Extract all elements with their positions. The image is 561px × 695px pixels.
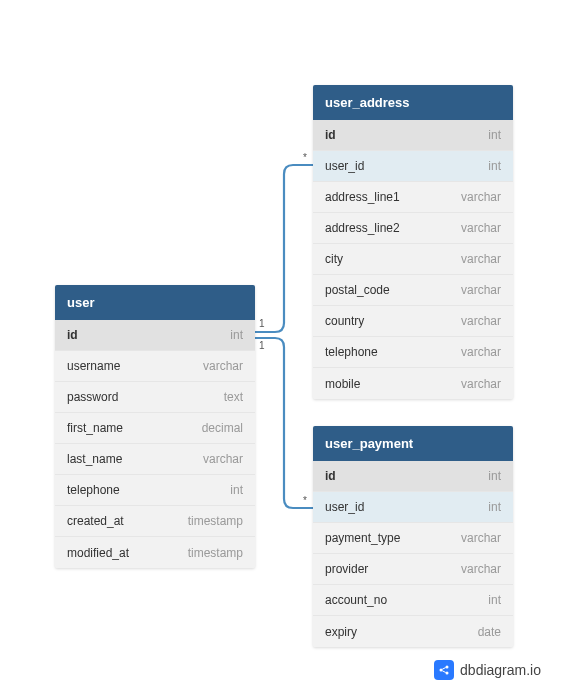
column-name: address_line2: [325, 221, 400, 235]
table-row[interactable]: id int: [55, 320, 255, 351]
column-type: int: [488, 469, 501, 483]
column-name: telephone: [325, 345, 378, 359]
table-header-user-address[interactable]: user_address: [313, 85, 513, 120]
column-type: int: [488, 128, 501, 142]
column-name: id: [67, 328, 78, 342]
column-name: user_id: [325, 500, 364, 514]
svg-line-4: [442, 671, 446, 673]
column-name: expiry: [325, 625, 357, 639]
svg-point-1: [446, 666, 449, 669]
table-header-user-payment[interactable]: user_payment: [313, 426, 513, 461]
column-type: varchar: [461, 377, 501, 391]
column-type: int: [230, 328, 243, 342]
column-name: user_id: [325, 159, 364, 173]
svg-point-0: [440, 669, 443, 672]
cardinality-user-to-payment: 1: [259, 340, 265, 351]
column-name: id: [325, 128, 336, 142]
column-type: varchar: [461, 562, 501, 576]
column-type: int: [488, 159, 501, 173]
cardinality-payment-side: *: [303, 495, 307, 506]
column-type: varchar: [461, 283, 501, 297]
table-row[interactable]: id int: [313, 461, 513, 492]
column-name: payment_type: [325, 531, 400, 545]
table-user[interactable]: user id int username varchar password te…: [55, 285, 255, 568]
column-name: account_no: [325, 593, 387, 607]
table-row[interactable]: account_no int: [313, 585, 513, 616]
column-type: int: [488, 593, 501, 607]
dbdiagram-logo: dbdiagram.io: [434, 660, 541, 680]
table-row[interactable]: city varchar: [313, 244, 513, 275]
table-row[interactable]: first_name decimal: [55, 413, 255, 444]
column-type: timestamp: [188, 546, 243, 560]
column-type: decimal: [202, 421, 243, 435]
svg-point-2: [446, 672, 449, 675]
column-type: varchar: [203, 452, 243, 466]
table-row[interactable]: mobile varchar: [313, 368, 513, 399]
column-type: varchar: [203, 359, 243, 373]
table-row[interactable]: created_at timestamp: [55, 506, 255, 537]
table-row[interactable]: username varchar: [55, 351, 255, 382]
table-row[interactable]: telephone int: [55, 475, 255, 506]
column-type: date: [478, 625, 501, 639]
table-row[interactable]: postal_code varchar: [313, 275, 513, 306]
share-icon: [434, 660, 454, 680]
column-type: varchar: [461, 531, 501, 545]
column-name: modified_at: [67, 546, 129, 560]
diagram-canvas[interactable]: 1 1 * * user id int username varchar pas…: [0, 0, 561, 695]
table-row[interactable]: country varchar: [313, 306, 513, 337]
table-row[interactable]: password text: [55, 382, 255, 413]
column-type: int: [230, 483, 243, 497]
column-type: varchar: [461, 221, 501, 235]
logo-text: dbdiagram.io: [460, 662, 541, 678]
table-user-address[interactable]: user_address id int user_id int address_…: [313, 85, 513, 399]
table-row[interactable]: last_name varchar: [55, 444, 255, 475]
column-name: created_at: [67, 514, 124, 528]
column-name: telephone: [67, 483, 120, 497]
table-row[interactable]: address_line2 varchar: [313, 213, 513, 244]
column-name: username: [67, 359, 120, 373]
table-row[interactable]: provider varchar: [313, 554, 513, 585]
table-row[interactable]: payment_type varchar: [313, 523, 513, 554]
column-type: int: [488, 500, 501, 514]
column-type: varchar: [461, 345, 501, 359]
column-type: varchar: [461, 314, 501, 328]
column-name: first_name: [67, 421, 123, 435]
table-row[interactable]: address_line1 varchar: [313, 182, 513, 213]
column-name: provider: [325, 562, 368, 576]
column-type: text: [224, 390, 243, 404]
svg-line-3: [442, 668, 446, 670]
column-name: country: [325, 314, 364, 328]
table-row[interactable]: modified_at timestamp: [55, 537, 255, 568]
column-type: timestamp: [188, 514, 243, 528]
column-type: varchar: [461, 190, 501, 204]
table-row[interactable]: telephone varchar: [313, 337, 513, 368]
column-name: address_line1: [325, 190, 400, 204]
table-row[interactable]: user_id int: [313, 492, 513, 523]
column-name: last_name: [67, 452, 122, 466]
column-name: mobile: [325, 377, 360, 391]
column-name: city: [325, 252, 343, 266]
column-name: password: [67, 390, 118, 404]
cardinality-address-side: *: [303, 152, 307, 163]
column-name: postal_code: [325, 283, 390, 297]
table-row[interactable]: id int: [313, 120, 513, 151]
column-type: varchar: [461, 252, 501, 266]
cardinality-user-to-address: 1: [259, 318, 265, 329]
table-row[interactable]: user_id int: [313, 151, 513, 182]
table-user-payment[interactable]: user_payment id int user_id int payment_…: [313, 426, 513, 647]
table-row[interactable]: expiry date: [313, 616, 513, 647]
table-header-user[interactable]: user: [55, 285, 255, 320]
column-name: id: [325, 469, 336, 483]
